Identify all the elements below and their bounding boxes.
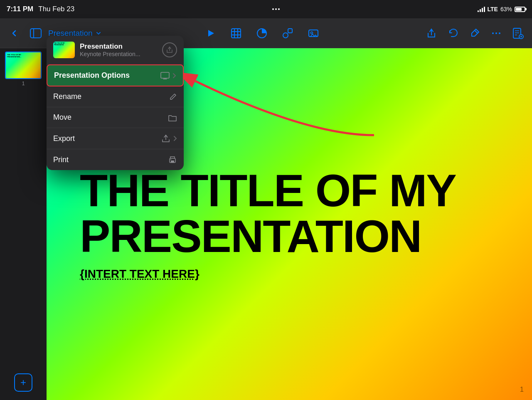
slide-number-label: 1 <box>22 81 25 86</box>
dropdown-share-button[interactable] <box>162 42 177 57</box>
slide-main-title: THE TITLE OF MY PRESENTATION <box>80 168 499 259</box>
svg-point-11 <box>311 32 313 34</box>
menu-item-label: Export <box>53 134 75 143</box>
menu-item-label: Print <box>53 156 69 164</box>
more-options-button[interactable] <box>487 24 505 42</box>
slide-thumb-text: THE TITLE OF MYPRESENTATION... <box>7 54 21 58</box>
back-button[interactable] <box>5 24 23 42</box>
menu-item-print[interactable]: Print <box>47 149 184 170</box>
svg-rect-2 <box>232 29 241 38</box>
svg-rect-9 <box>288 29 292 33</box>
insert-media-button[interactable] <box>304 24 323 42</box>
slide-subtitle: {INTERT TEXT HERE} <box>80 267 499 281</box>
screen-icon <box>160 72 170 79</box>
svg-rect-30 <box>171 160 174 163</box>
insert-chart-button[interactable] <box>253 24 271 42</box>
dropdown-menu: THE TITLE OF MYPRESENTATION Presentation… <box>47 36 184 170</box>
battery-percentage: 63% <box>500 6 512 12</box>
export-icon <box>161 134 170 143</box>
svg-point-16 <box>499 32 500 34</box>
menu-item-move[interactable]: Move <box>47 107 184 128</box>
add-slide-button[interactable]: + <box>14 373 32 392</box>
share-button[interactable] <box>422 24 441 42</box>
menu-item-label: Move <box>53 113 71 122</box>
folder-icon <box>168 114 177 122</box>
battery-icon <box>515 7 525 12</box>
chevron-right-icon <box>172 72 176 79</box>
svg-point-8 <box>283 33 288 38</box>
sidebar-toggle-button[interactable] <box>27 24 45 42</box>
menu-item-export[interactable]: Export <box>47 128 184 149</box>
menu-item-rename[interactable]: Rename <box>47 86 184 107</box>
menu-item-label: Rename <box>53 92 81 101</box>
dropdown-header: THE TITLE OF MYPRESENTATION Presentation… <box>47 36 184 64</box>
doc-settings-button[interactable] <box>509 24 527 42</box>
status-time: 7:11 PM <box>7 5 33 13</box>
svg-point-15 <box>495 32 497 34</box>
doc-type: Keynote Presentation... <box>80 51 157 57</box>
annotate-button[interactable] <box>466 24 484 42</box>
export-chevron-icon <box>173 135 177 142</box>
status-bar: 7:11 PM Thu Feb 23 LTE 63% <box>0 0 532 18</box>
svg-point-31 <box>170 159 171 160</box>
menu-item-label: Presentation Options <box>54 71 130 80</box>
insert-table-button[interactable] <box>227 24 245 42</box>
svg-rect-25 <box>161 72 169 78</box>
toolbar-right <box>422 24 527 42</box>
slide-page-number: 1 <box>520 386 524 393</box>
status-dots <box>272 8 280 10</box>
play-button[interactable] <box>201 24 219 42</box>
svg-point-14 <box>492 32 494 34</box>
print-icon <box>168 155 177 164</box>
menu-item-presentation-options[interactable]: Presentation Options <box>47 64 184 86</box>
insert-shapes-button[interactable] <box>278 24 297 42</box>
status-date: Thu Feb 23 <box>38 5 74 13</box>
doc-info: Presentation Keynote Presentation... <box>80 42 157 57</box>
pencil-icon <box>169 93 177 101</box>
slide-panel: THE TITLE OF MYPRESENTATION... 1 + <box>0 48 47 400</box>
doc-thumbnail: THE TITLE OF MYPRESENTATION <box>53 42 75 58</box>
status-right: LTE 63% <box>478 6 525 12</box>
undo-button[interactable] <box>444 24 462 42</box>
lte-label: LTE <box>488 6 498 12</box>
doc-name: Presentation <box>80 42 157 51</box>
slide-thumbnail-1[interactable]: THE TITLE OF MYPRESENTATION... <box>5 52 42 79</box>
svg-rect-0 <box>30 29 41 38</box>
signal-bars-icon <box>478 6 485 12</box>
